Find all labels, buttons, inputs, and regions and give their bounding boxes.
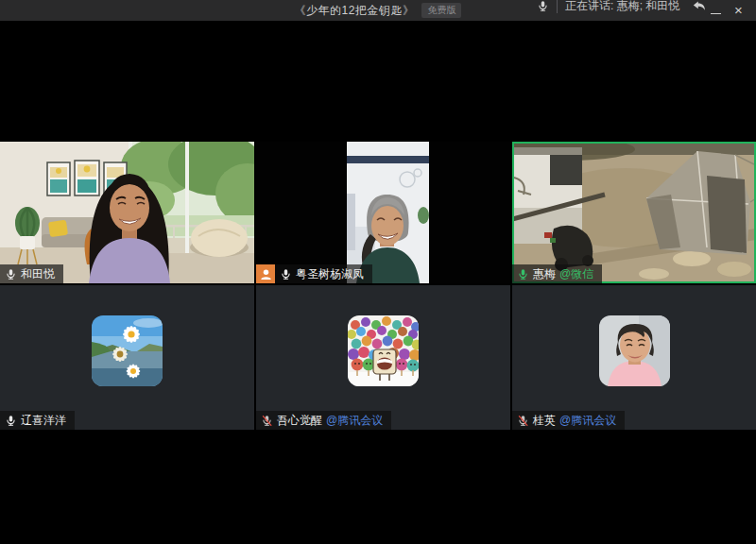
video-tile-yangshufeng[interactable]: 粤圣树杨淑凤 <box>256 142 510 283</box>
minimize-button[interactable] <box>711 13 721 14</box>
speaking-status-text: 正在讲话: 惠梅; 和田悦 <box>565 0 679 14</box>
participant-name: 粤圣树杨淑凤 <box>296 266 364 282</box>
video-tile-huimei[interactable]: 惠梅@微信 <box>512 142 756 283</box>
avatar-photo <box>599 315 670 386</box>
voice-indicator-icon <box>537 0 549 12</box>
share-arrow-icon[interactable] <box>691 0 707 14</box>
video-feed-campsite <box>512 142 756 283</box>
status-divider <box>557 0 558 13</box>
mic-icon <box>5 415 17 427</box>
name-tag: 辽喜洋洋 <box>0 411 75 430</box>
participant-name: 桂英 <box>533 413 556 429</box>
name-tag: 吾心觉醒@腾讯会议 <box>256 411 391 430</box>
speaking-status-bar: 正在讲话: 惠梅; 和田悦 <box>537 0 707 17</box>
mic-icon <box>280 268 292 280</box>
name-tag: 惠梅@微信 <box>512 264 602 283</box>
avatar-daisies <box>92 315 163 386</box>
video-feed-living-room <box>0 142 254 283</box>
close-button[interactable]: × <box>734 1 743 20</box>
name-tag: 和田悦 <box>0 264 63 283</box>
meeting-title: 《少年的12把金钥匙》 <box>295 3 415 19</box>
avatar-cartoon-crowd <box>348 315 419 386</box>
mic-icon <box>5 268 17 280</box>
name-tag: 桂英@腾讯会议 <box>512 411 625 430</box>
participant-platform: @腾讯会议 <box>326 413 383 429</box>
mic-muted-icon <box>261 415 273 427</box>
video-tile-hetianyue[interactable]: 和田悦 <box>0 142 254 283</box>
participant-name: 辽喜洋洋 <box>21 413 66 429</box>
window-titlebar: 《少年的12把金钥匙》 免费版 正在讲话: 惠梅; 和田悦 × <box>0 0 756 21</box>
mic-active-icon <box>517 268 529 280</box>
participant-name: 吾心觉醒 <box>277 413 322 429</box>
video-feed-portrait <box>256 142 510 283</box>
participant-grid: 和田悦 <box>0 142 756 430</box>
avatar-tile-guiying[interactable]: 桂英@腾讯会议 <box>512 285 756 430</box>
person-icon <box>259 267 273 281</box>
mic-muted-icon <box>517 415 529 427</box>
member-badge <box>256 264 275 283</box>
free-version-badge: 免费版 <box>421 3 461 18</box>
avatar-tile-liaoxiyangyang[interactable]: 辽喜洋洋 <box>0 285 254 430</box>
participant-name: 惠梅 <box>533 266 556 282</box>
name-tag: 粤圣树杨淑凤 <box>275 264 372 283</box>
participant-name: 和田悦 <box>21 266 55 282</box>
participant-platform: @微信 <box>559 266 593 282</box>
participant-platform: @腾讯会议 <box>559 413 616 429</box>
avatar-tile-wuxinjuexing[interactable]: 吾心觉醒@腾讯会议 <box>256 285 510 430</box>
